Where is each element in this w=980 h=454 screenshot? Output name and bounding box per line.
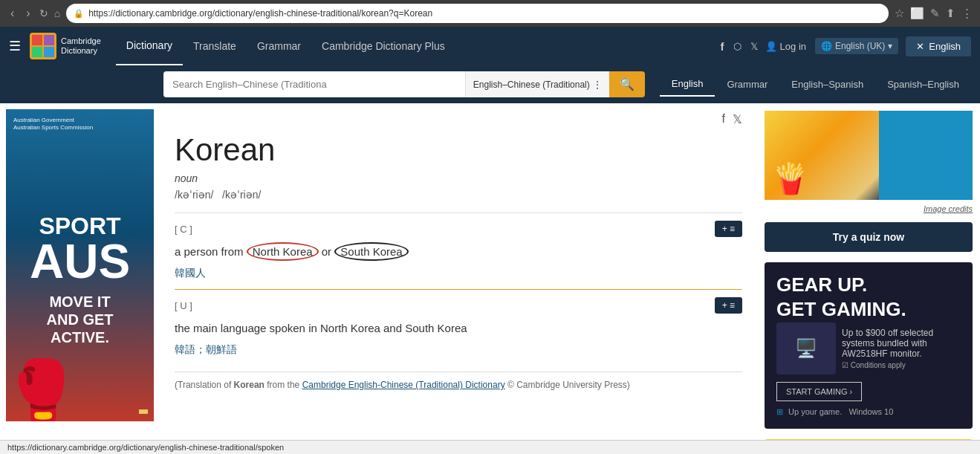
definition-header-2: [ U ] + ≡ bbox=[175, 297, 742, 314]
share-twitter-icon[interactable]: 𝕏 bbox=[733, 112, 742, 126]
tab-english-spanish[interactable]: English–Spanish bbox=[779, 73, 875, 96]
tab-grammar[interactable]: Grammar bbox=[715, 73, 779, 96]
grammar-label-2: [ U ] bbox=[175, 300, 192, 311]
content-wrapper: Australian GovernmentAustralian Sports C… bbox=[0, 103, 980, 454]
search-bar-row: English–Chinese (Traditional) ⋮ 🔍 Englis… bbox=[0, 65, 980, 103]
def-connector: or bbox=[319, 245, 335, 258]
share-button[interactable]: ⬆ bbox=[946, 7, 955, 20]
gear-offer: Up to $900 off selected systems bundled … bbox=[842, 328, 961, 359]
separator-1 bbox=[175, 289, 742, 290]
url-text: https://dictionary.cambridge.org/diction… bbox=[88, 8, 432, 19]
phonetic-us: /kəˈriən/ bbox=[222, 189, 261, 201]
search-input-container: English–Chinese (Traditional) ⋮ 🔍 bbox=[163, 71, 645, 97]
svg-rect-2 bbox=[32, 47, 42, 57]
definition-text-2: the main language spoken in North Korea … bbox=[175, 320, 742, 337]
close-icon: ✕ bbox=[916, 41, 924, 52]
bookmark-button[interactable]: ☆ bbox=[895, 7, 904, 20]
chinese-translation-1: 韓國人 bbox=[175, 267, 742, 280]
nav-dictionary[interactable]: Dictionary bbox=[116, 27, 183, 65]
navbar: ☰ Cambridge Dictionary Dictionary Transl… bbox=[0, 27, 980, 65]
ad-tagline2: AND GET bbox=[47, 311, 114, 328]
ad-footer bbox=[139, 409, 148, 414]
hamburger-menu[interactable]: ☰ bbox=[9, 38, 21, 54]
chinese-translation-2: 韓語；朝鮮語 bbox=[175, 343, 742, 357]
logo-icon bbox=[30, 33, 56, 59]
footer-mid: from the bbox=[265, 380, 302, 390]
back-button[interactable]: ‹ bbox=[7, 5, 17, 22]
ad-logo: Australian GovernmentAustralian Sports C… bbox=[13, 117, 93, 132]
tab-english[interactable]: English bbox=[660, 72, 715, 97]
definition-block-1: [ C ] + ≡ a person from North Korea or S… bbox=[175, 221, 742, 280]
word-pos: noun bbox=[175, 172, 742, 184]
search-input[interactable] bbox=[163, 71, 465, 97]
facebook-link[interactable]: f bbox=[721, 40, 724, 53]
gear-footer: ⊞ Up your game. Windows 10 bbox=[776, 407, 961, 417]
image-blue-block bbox=[879, 111, 973, 200]
address-bar[interactable]: 🔒 https://dictionary.cambridge.org/dicti… bbox=[66, 4, 889, 23]
language-selector[interactable]: 🌐 English (UK) ▾ bbox=[815, 38, 898, 54]
ad-boxer-image: 🥊 bbox=[6, 362, 80, 421]
tab-spanish-english[interactable]: Spanish–English bbox=[875, 73, 971, 96]
ad-banner[interactable]: Australian GovernmentAustralian Sports C… bbox=[6, 109, 154, 421]
svg-rect-3 bbox=[44, 47, 54, 57]
home-button[interactable]: ⌂ bbox=[54, 7, 60, 19]
nav-translate[interactable]: Translate bbox=[183, 27, 247, 65]
search-toggle-button[interactable]: ✕ English bbox=[906, 36, 971, 56]
search-submit-button[interactable]: 🔍 bbox=[609, 71, 645, 97]
status-url: https://dictionary.cambridge.org/diction… bbox=[7, 443, 284, 452]
dictionary-tabs: English Grammar English–Spanish Spanish–… bbox=[660, 72, 971, 97]
instagram-link[interactable]: ⬡ bbox=[733, 41, 742, 52]
add-to-list-button-2[interactable]: + ≡ bbox=[715, 297, 742, 314]
cambridge-logo[interactable]: Cambridge Dictionary bbox=[30, 33, 101, 59]
quiz-button[interactable]: Try a quiz now bbox=[765, 222, 973, 252]
add-to-list-button-1[interactable]: + ≡ bbox=[715, 221, 742, 237]
divider-1 bbox=[175, 213, 742, 213]
login-button[interactable]: 👤 Log in bbox=[765, 41, 806, 52]
person-icon: 👤 bbox=[765, 41, 777, 52]
social-links: f ⬡ 𝕏 bbox=[721, 40, 758, 53]
gear-headline-1: GEAR UP. bbox=[776, 274, 961, 296]
nav-cambridge-plus[interactable]: Cambridge Dictionary Plus bbox=[311, 27, 455, 65]
ad-brand-text: AUS bbox=[30, 238, 130, 285]
chevron-down-icon: ▾ bbox=[888, 41, 892, 51]
footer-pre: (Translation of bbox=[175, 380, 234, 390]
twitter-link[interactable]: 𝕏 bbox=[750, 41, 758, 52]
right-sidebar: 🍟 Image credits Try a quiz now GEAR UP. … bbox=[757, 103, 980, 454]
gear-headline-2: GET GAMING. bbox=[776, 299, 961, 320]
start-gaming-button[interactable]: START GAMING › bbox=[776, 382, 862, 401]
dictionary-dropdown[interactable]: English–Chinese (Traditional) ⋮ bbox=[465, 71, 609, 97]
sidebar-image-container: 🍟 bbox=[765, 111, 973, 200]
food-image: 🍟 bbox=[772, 161, 809, 196]
gear-conditions: ☑ Conditions apply bbox=[842, 361, 961, 369]
def-text-before: a person from bbox=[175, 245, 247, 258]
forward-button[interactable]: › bbox=[23, 5, 33, 22]
word-title: Korean bbox=[175, 132, 742, 168]
search-magnifier-icon: 🔍 bbox=[620, 78, 635, 91]
phonetic-uk: /kəˈriən/ bbox=[175, 189, 213, 201]
ad-tagline1: MOVE IT bbox=[47, 293, 114, 311]
gear-advertisement: GEAR UP. GET GAMING. 🖥️ Up to $900 off s… bbox=[765, 262, 973, 429]
pc-icon: 🖥️ bbox=[776, 322, 836, 374]
browser-profile-button[interactable]: ⬜ bbox=[910, 7, 924, 20]
footer-note: (Translation of Korean from the Cambridg… bbox=[175, 372, 742, 390]
footer-word: Korean bbox=[234, 380, 265, 390]
svg-rect-0 bbox=[32, 35, 42, 45]
definition-block-2: [ U ] + ≡ the main language spoken in No… bbox=[175, 297, 742, 357]
more-options-button[interactable]: ⋮ bbox=[961, 7, 973, 20]
logo-text: Cambridge Dictionary bbox=[61, 36, 101, 56]
extensions-button[interactable]: ✎ bbox=[930, 7, 940, 20]
ad-tagline3: ACTIVE. bbox=[47, 328, 114, 346]
gear-visual: 🖥️ Up to $900 off selected systems bundl… bbox=[776, 322, 961, 374]
browser-chrome: ‹ › ↻ ⌂ 🔒 https://dictionary.cambridge.o… bbox=[0, 0, 980, 27]
image-credits[interactable]: Image credits bbox=[765, 204, 973, 213]
share-facebook-icon[interactable]: f bbox=[722, 112, 725, 126]
footer-dict-link[interactable]: Cambridge English-Chinese (Traditional) … bbox=[302, 380, 505, 390]
windows-icon: ⊞ bbox=[776, 407, 783, 416]
definition-text-1: a person from North Korea or South Korea bbox=[175, 243, 742, 261]
definition-header-1: [ C ] + ≡ bbox=[175, 221, 742, 237]
nav-grammar[interactable]: Grammar bbox=[247, 27, 311, 65]
north-korea-highlight: North Korea bbox=[247, 242, 319, 261]
main-content: f 𝕏 Korean noun /kəˈriən/ /kəˈriən/ [ C … bbox=[160, 103, 757, 454]
svg-rect-1 bbox=[44, 35, 54, 45]
reload-button[interactable]: ↻ bbox=[39, 7, 48, 19]
